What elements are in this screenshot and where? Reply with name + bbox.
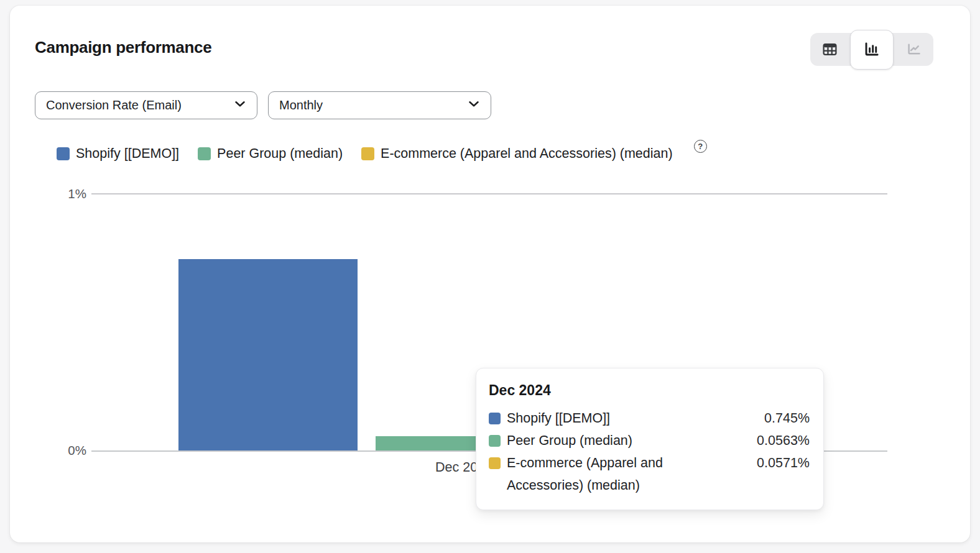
tooltip-row-ecommerce: E-commerce (Apparel and Accessories) (me… [489, 452, 810, 496]
tooltip-label: E-commerce (Apparel and Accessories) (me… [507, 452, 701, 496]
tooltip-value: 0.745% [701, 407, 810, 429]
chart-tooltip: Dec 2024 Shopify [[DEMO]] 0.745% Peer Gr… [476, 368, 824, 510]
tooltip-swatch-ecommerce [489, 457, 501, 469]
tooltip-row-peer-group: Peer Group (median) 0.0563% [489, 429, 810, 452]
tooltip-swatch-peer-group [489, 435, 501, 447]
tooltip-row-shopify: Shopify [[DEMO]] 0.745% [489, 407, 810, 429]
tooltip-swatch-shopify [489, 413, 501, 424]
tooltip-label: Peer Group (median) [507, 429, 701, 452]
bar-series-0[interactable] [178, 259, 358, 450]
campaign-performance-card: Campaign performance [10, 6, 970, 542]
tooltip-label: Shopify [[DEMO]] [507, 407, 701, 429]
tooltip-value: 0.0563% [701, 429, 810, 452]
tooltip-value: 0.0571% [701, 452, 810, 474]
tooltip-title: Dec 2024 [489, 382, 810, 399]
